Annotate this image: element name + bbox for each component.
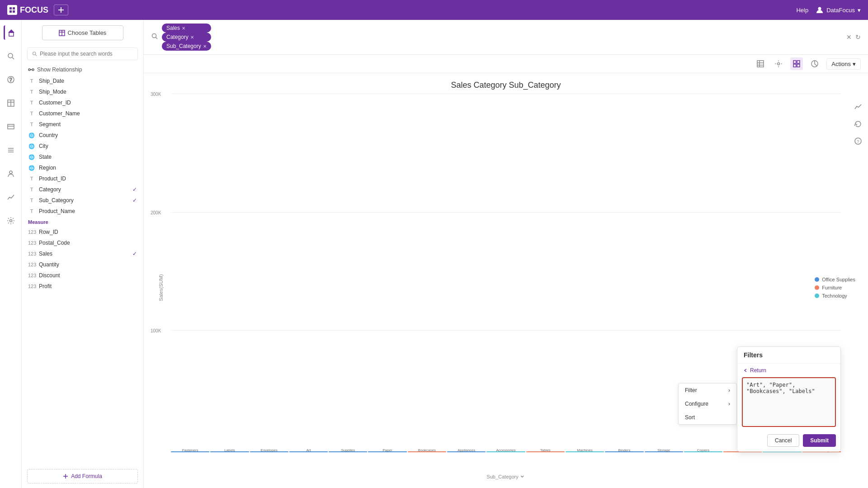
- bar-group[interactable]: Accessories: [486, 94, 525, 452]
- field-item[interactable]: TCategory✓: [22, 184, 143, 195]
- filter-cancel-button[interactable]: Cancel: [767, 434, 799, 447]
- bar-group[interactable]: Labels: [210, 94, 249, 452]
- search-icon[interactable]: [151, 33, 158, 42]
- show-relationship-label: Show Relationship: [37, 66, 82, 73]
- globe-type-icon: 🌐: [28, 165, 35, 171]
- measure-section: 123Row_ID123Postal_Code123Sales✓123Quant…: [22, 227, 143, 292]
- field-item[interactable]: TProduct_Name: [22, 206, 143, 217]
- filter-return-button[interactable]: Return: [737, 364, 840, 377]
- field-item-left: 123Sales: [28, 251, 52, 257]
- measure-item[interactable]: 123Quantity: [22, 259, 143, 270]
- sidebar-item-settings[interactable]: [4, 213, 18, 228]
- refresh-button[interactable]: ↻: [855, 33, 861, 41]
- actions-button[interactable]: Actions ▾: [826, 58, 861, 70]
- settings-icon[interactable]: [772, 57, 785, 70]
- bar-group[interactable]: Paper: [368, 94, 406, 452]
- svg-rect-5: [58, 9, 64, 10]
- field-item-left: 🌐Region: [28, 165, 56, 171]
- chart-area: Sales Category Sub_Category Sales(SUM) 3…: [144, 73, 868, 488]
- tag-close-icon[interactable]: ✕: [190, 35, 194, 40]
- grid-view-icon[interactable]: [790, 57, 803, 70]
- x-axis-label: Sub_Category: [486, 474, 525, 479]
- field-item[interactable]: 🌐Country: [22, 130, 143, 141]
- search-tag[interactable]: Category✕: [162, 33, 211, 42]
- bar-group[interactable]: Fasteners: [171, 94, 209, 452]
- sidebar-item-analytics[interactable]: [4, 190, 18, 204]
- choose-tables-label: Choose Tables: [68, 29, 107, 36]
- refresh-chart-icon[interactable]: [852, 118, 864, 130]
- globe-type-icon: 🌐: [28, 143, 35, 149]
- chart-type-icon[interactable]: [808, 57, 821, 70]
- user-menu[interactable]: DataFocus ▾: [816, 6, 861, 14]
- line-chart-icon[interactable]: [852, 100, 864, 113]
- svg-point-20: [9, 171, 12, 174]
- field-item[interactable]: TProduct_ID: [22, 173, 143, 184]
- new-tab-button[interactable]: [54, 5, 68, 15]
- add-formula-button[interactable]: Add Formula: [27, 469, 138, 483]
- sidebar-item-person[interactable]: [4, 166, 18, 181]
- text-type-icon: T: [28, 111, 35, 116]
- sidebar-item-table[interactable]: [4, 96, 18, 110]
- field-item-left: TShip_Mode: [28, 89, 66, 95]
- measure-item[interactable]: 123Sales✓: [22, 248, 143, 259]
- sidebar-item-layers[interactable]: [4, 119, 18, 134]
- legend-dot: [815, 285, 819, 290]
- search-tag[interactable]: Sub_Category✕: [162, 42, 211, 51]
- field-item-left: TCategory: [28, 186, 61, 193]
- text-type-icon: T: [28, 122, 35, 127]
- sidebar-item-search[interactable]: [4, 49, 18, 63]
- text-type-icon: T: [28, 78, 35, 84]
- svg-text:?: ?: [9, 77, 12, 82]
- bar-group[interactable]: Tables: [526, 94, 565, 452]
- sidebar-item-home[interactable]: [4, 25, 18, 40]
- measure-item[interactable]: 123Postal_Code: [22, 237, 143, 248]
- help-chart-icon[interactable]: ?: [852, 135, 864, 147]
- filter-popup: Filters Return "Art", "Paper", "Bookcase…: [737, 346, 841, 452]
- show-relationship[interactable]: Show Relationship: [22, 64, 143, 76]
- field-item[interactable]: 🌐City: [22, 141, 143, 152]
- text-type-icon: T: [28, 100, 35, 105]
- field-item[interactable]: TSub_Category✓: [22, 195, 143, 206]
- bar-group[interactable]: Supplies: [329, 94, 367, 452]
- legend-item: Furniture: [815, 285, 855, 290]
- choose-tables-button[interactable]: Choose Tables: [42, 25, 123, 40]
- field-item-left: TProduct_ID: [28, 175, 66, 182]
- clear-button[interactable]: ✕: [846, 33, 852, 41]
- measure-item[interactable]: 123Row_ID: [22, 227, 143, 237]
- context-menu-item[interactable]: Sort: [679, 411, 736, 424]
- bar-group[interactable]: Appliances: [447, 94, 486, 452]
- bar-group[interactable]: Envelopes: [250, 94, 288, 452]
- filter-submit-button[interactable]: Submit: [803, 434, 836, 447]
- sidebar-item-list[interactable]: [4, 143, 18, 157]
- bar-group[interactable]: Binders: [605, 94, 643, 452]
- bar-group[interactable]: Art: [289, 94, 328, 452]
- search-bar: Sales✕Category✕Sub_Category✕ ✕ ↻: [144, 20, 868, 55]
- bar-group[interactable]: Storage: [645, 94, 683, 452]
- sidebar-item-help[interactable]: ?: [4, 72, 18, 87]
- tag-close-icon[interactable]: ✕: [182, 26, 185, 31]
- svg-rect-0: [9, 7, 12, 9]
- filter-textarea[interactable]: "Art", "Paper", "Bookcases", "Labels": [742, 377, 836, 427]
- field-item[interactable]: TCustomer_ID: [22, 97, 143, 108]
- field-name: Ship_Mode: [39, 89, 66, 95]
- context-menu-item[interactable]: Filter›: [679, 384, 736, 397]
- measure-item[interactable]: 123Discount: [22, 270, 143, 281]
- tag-close-icon[interactable]: ✕: [203, 44, 207, 49]
- field-item[interactable]: TShip_Mode: [22, 86, 143, 97]
- context-menu-item[interactable]: Configure›: [679, 397, 736, 411]
- table-view-icon[interactable]: [754, 57, 767, 70]
- field-search[interactable]: [27, 47, 138, 60]
- field-item[interactable]: TCustomer_Name: [22, 108, 143, 119]
- field-item[interactable]: TSegment: [22, 119, 143, 130]
- bar-group[interactable]: Bookcases: [408, 94, 446, 452]
- bar-group[interactable]: Machines: [566, 94, 604, 452]
- text-type-icon: T: [28, 208, 35, 214]
- search-tag[interactable]: Sales✕: [162, 24, 211, 33]
- field-item[interactable]: 🌐State: [22, 152, 143, 162]
- help-link[interactable]: Help: [796, 7, 808, 14]
- field-item[interactable]: 🌐Region: [22, 162, 143, 173]
- navbar-left: FOCUS: [7, 5, 68, 15]
- field-search-input[interactable]: [40, 51, 133, 57]
- field-item[interactable]: TShip_Date: [22, 76, 143, 86]
- measure-item[interactable]: 123Profit: [22, 281, 143, 292]
